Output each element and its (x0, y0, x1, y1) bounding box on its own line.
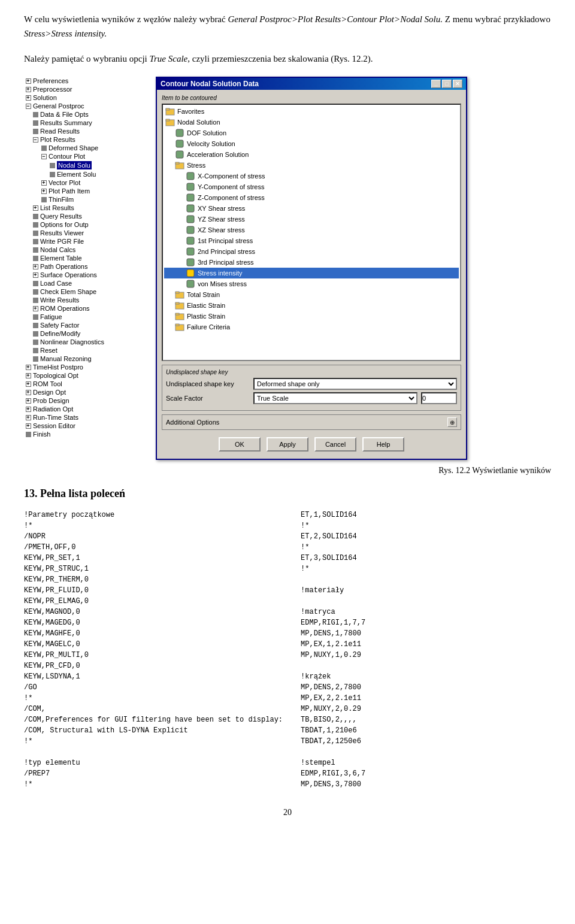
menu-item[interactable]: −Contour Plot (24, 152, 150, 160)
menu-item-label: Plot Results (40, 136, 75, 143)
menu-item[interactable]: ThinFilm (24, 195, 150, 204)
list-item[interactable]: Nodal Solution (164, 117, 459, 128)
menu-item[interactable]: +Topological Opt (24, 371, 150, 380)
menu-item[interactable]: Check Elem Shape (24, 287, 150, 296)
list-item[interactable]: X-Component of stress (164, 171, 459, 181)
list-item[interactable]: DOF Solution (164, 128, 459, 138)
menu-item[interactable]: +Plot Path Item (24, 187, 150, 195)
menu-item[interactable]: Reset (24, 346, 150, 355)
maximize-button[interactable]: □ (442, 80, 452, 88)
menu-item[interactable]: Safety Factor (24, 321, 150, 329)
dialog-title: Contour Nodal Solution Data (161, 80, 259, 88)
list-item[interactable]: Total Strain (164, 289, 459, 300)
plus-icon: + (25, 381, 31, 387)
menu-item[interactable]: Element Table (24, 254, 150, 262)
menu-item[interactable]: +Vector Plot (24, 178, 150, 187)
list-item[interactable]: 3rd Principal stress (164, 257, 459, 268)
menu-item[interactable]: +ROM Operations (24, 304, 150, 313)
list-item[interactable]: XZ Shear stress (164, 225, 459, 235)
menu-item[interactable]: +List Results (24, 204, 150, 212)
menu-item-label: Prob Design (33, 397, 69, 404)
list-item[interactable]: Velocity Solution (164, 138, 459, 149)
list-item[interactable]: Y-Component of stress (164, 181, 459, 192)
menu-item[interactable]: +Preferences (24, 77, 150, 85)
menu-item[interactable]: Element Solu (24, 170, 150, 178)
plus-icon: + (41, 180, 47, 186)
undisplaced-select[interactable]: Deformed shape only (253, 378, 457, 390)
menu-item[interactable]: +Design Opt (24, 388, 150, 396)
menu-item[interactable]: Data & File Opts (24, 110, 150, 119)
menu-item[interactable]: Results Viewer (24, 229, 150, 237)
menu-item[interactable]: +Radiation Opt (24, 405, 150, 413)
menu-item[interactable]: +ROM Tool (24, 380, 150, 388)
section-label: Item to be contoured (162, 95, 461, 101)
close-button[interactable]: ✕ (453, 80, 462, 88)
code-line: !materiały (301, 585, 551, 596)
list-item[interactable]: Z-Component of stress (164, 192, 459, 203)
scale-number-input[interactable] (421, 392, 457, 404)
menu-item[interactable]: −Plot Results (24, 135, 150, 144)
menu-item[interactable]: Manual Rezoning (24, 355, 150, 363)
svg-rect-6 (176, 151, 183, 158)
menu-item[interactable]: Options for Outp (24, 220, 150, 229)
help-button[interactable]: Help (362, 437, 404, 452)
list-item[interactable]: Stress intensity (164, 268, 459, 278)
menu-item[interactable]: +Run-Time Stats (24, 413, 150, 422)
apply-button[interactable]: Apply (267, 437, 308, 452)
additional-options-section[interactable]: Additional Options ⊕ (162, 414, 461, 430)
menu-item[interactable]: Load Case (24, 279, 150, 287)
list-item[interactable]: 1st Principal stress (164, 235, 459, 246)
icon-list-icon (186, 268, 195, 278)
list-item[interactable]: Elastic Strain (164, 300, 459, 311)
menu-item[interactable]: +Solution (24, 93, 150, 102)
menu-item[interactable]: Results Summary (24, 119, 150, 127)
menu-item-label: Element Table (40, 255, 82, 262)
plus-icon: + (32, 263, 38, 269)
menu-item[interactable]: +Path Operations (24, 262, 150, 271)
menu-item[interactable]: Fatigue (24, 313, 150, 321)
menu-item[interactable]: Query Results (24, 212, 150, 220)
menu-item[interactable]: Write PGR File (24, 237, 150, 246)
list-item[interactable]: Plastic Strain (164, 311, 459, 322)
menu-item[interactable]: Nodal Solu (24, 160, 150, 170)
intro-text-2: Z menu wybrać przykładowo (443, 14, 550, 24)
menu-item[interactable]: Define/Modify (24, 329, 150, 338)
minimize-button[interactable]: _ (431, 80, 441, 88)
list-item[interactable]: Favorites (164, 106, 459, 117)
scale-select[interactable]: True Scale (253, 392, 417, 404)
scale-row: Scale Factor True Scale (166, 392, 457, 404)
item-list[interactable]: FavoritesNodal SolutionDOF SolutionVeloc… (162, 104, 461, 361)
ok-button[interactable]: OK (219, 437, 261, 452)
menu-item[interactable]: Deformed Shape (24, 144, 150, 152)
list-item[interactable]: XY Shear stress (164, 203, 459, 214)
list-item[interactable]: 2nd Principal stress (164, 246, 459, 257)
menu-item[interactable]: +Session Editor (24, 422, 150, 430)
code-line (24, 747, 283, 758)
menu-item[interactable]: Finish (24, 430, 150, 438)
svg-rect-3 (166, 119, 170, 121)
menu-item[interactable]: +TimeHist Postpro (24, 363, 150, 371)
menu-item[interactable]: Write Results (24, 296, 150, 304)
list-item[interactable]: von Mises stress (164, 278, 459, 289)
menu-item[interactable]: +Prob Design (24, 396, 150, 405)
menu-item[interactable]: Nonlinear Diagnostics (24, 338, 150, 346)
leaf-icon (32, 247, 38, 253)
code-line: ET,1,SOLID164 (301, 510, 551, 520)
cancel-button[interactable]: Cancel (314, 437, 356, 452)
list-item[interactable]: Stress (164, 160, 459, 171)
code-line: /COM, Structural with LS-DYNA Explicit (24, 725, 283, 736)
list-item-label: 3rd Principal stress (198, 259, 254, 266)
code-line: !typ elementu (24, 758, 283, 768)
list-item[interactable]: Acceleration Solution (164, 149, 459, 160)
menu-item[interactable]: Nodal Calcs (24, 246, 150, 254)
menu-item[interactable]: −General Postproc (24, 102, 150, 110)
expand-icon[interactable]: ⊕ (447, 417, 457, 427)
menu-item[interactable]: +Preprocessor (24, 85, 150, 93)
icon-list-icon (175, 150, 184, 159)
list-item[interactable]: Failure Criteria (164, 322, 459, 332)
contour-dialog[interactable]: Contour Nodal Solution Data _ □ ✕ Item t… (156, 77, 467, 460)
menu-item[interactable]: Read Results (24, 127, 150, 135)
menu-item-label: Reset (40, 347, 58, 354)
list-item[interactable]: YZ Shear stress (164, 214, 459, 225)
menu-item[interactable]: +Surface Operations (24, 271, 150, 279)
